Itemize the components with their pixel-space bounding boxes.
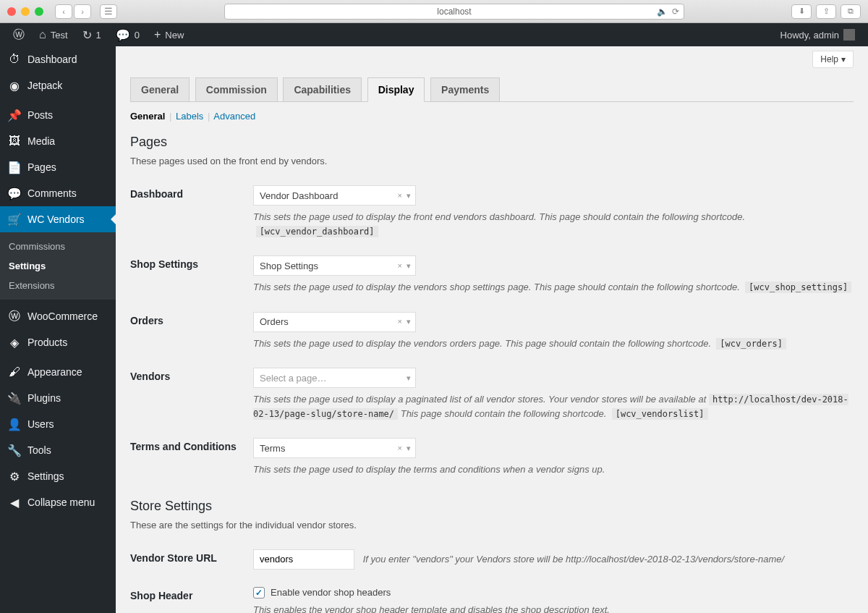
tab-commission[interactable]: Commission <box>195 77 278 101</box>
reload-icon[interactable]: ⟳ <box>672 7 679 17</box>
primary-tabs: General Commission Capabilities Display … <box>130 72 854 102</box>
menu-jetpack[interactable]: ◉Jetpack <box>0 72 116 98</box>
store-url-input[interactable] <box>253 549 354 570</box>
store-url-note: If you enter "vendors" your Vendors stor… <box>363 554 785 565</box>
site-name-link[interactable]: ⌂Test <box>33 23 74 46</box>
window-controls <box>7 7 43 16</box>
main-content: Help ▾ General Commission Capabilities D… <box>116 46 868 613</box>
browser-chrome: ‹ › ☰ localhost 🔈 ⟳ ⬇ ⇪ ⧉ <box>0 0 868 23</box>
vendors-shortcode: [wcv_vendorslist] <box>612 408 708 420</box>
brush-icon: 🖌 <box>7 365 22 379</box>
menu-collapse[interactable]: ◀Collapse menu <box>0 489 116 515</box>
chevron-down-icon[interactable]: ▾ <box>407 373 411 383</box>
menu-media[interactable]: 🖼Media <box>0 128 116 154</box>
submenu-extensions[interactable]: Extensions <box>0 276 116 295</box>
subtab-general[interactable]: General <box>130 111 165 122</box>
tab-payments[interactable]: Payments <box>430 77 500 101</box>
menu-posts[interactable]: 📌Posts <box>0 102 116 128</box>
admin-sidebar: ⏱Dashboard ◉Jetpack 📌Posts 🖼Media 📄Pages… <box>0 46 116 613</box>
menu-settings[interactable]: ⚙Settings <box>0 463 116 489</box>
clear-icon[interactable]: × <box>398 444 402 453</box>
woo-icon: ⓦ <box>7 309 22 324</box>
menu-tools[interactable]: 🔧Tools <box>0 437 116 463</box>
forward-button[interactable]: › <box>74 4 91 19</box>
wordpress-icon: ⓦ <box>13 28 25 43</box>
comments-count: 0 <box>135 30 140 41</box>
orders-select[interactable]: Orders×▾ <box>253 312 416 332</box>
comment-icon: 💬 <box>7 186 22 200</box>
menu-users-label: Users <box>27 418 54 430</box>
shop-header-checkbox[interactable]: ✓ <box>253 587 265 599</box>
close-window-button[interactable] <box>7 7 16 16</box>
new-link[interactable]: +New <box>148 23 190 46</box>
dashboard-value: Vendor Dashboard <box>260 190 338 201</box>
shop-header-label: Shop Header <box>130 587 253 601</box>
help-label: Help <box>820 54 838 64</box>
help-tab[interactable]: Help ▾ <box>812 51 854 68</box>
tabs-button[interactable]: ⧉ <box>841 4 861 19</box>
menu-wcvendors[interactable]: 🛒WC Vendors <box>0 206 116 232</box>
chevron-down-icon[interactable]: ▾ <box>407 191 411 200</box>
chevron-down-icon[interactable]: ▾ <box>407 444 411 453</box>
share-button[interactable]: ⇪ <box>816 4 836 19</box>
updates-count: 1 <box>96 30 101 41</box>
chevron-down-icon: ▾ <box>841 54 846 64</box>
menu-dashboard[interactable]: ⏱Dashboard <box>0 46 116 72</box>
menu-products-label: Products <box>27 337 67 348</box>
menu-media-label: Media <box>27 135 55 147</box>
updates-icon: ↻ <box>82 28 92 42</box>
menu-woocommerce-label: WooCommerce <box>27 310 98 322</box>
vendors-label: Vendors <box>130 368 253 382</box>
menu-users[interactable]: 👤Users <box>0 411 116 437</box>
menu-woocommerce[interactable]: ⓦWooCommerce <box>0 303 116 329</box>
shop-settings-select[interactable]: Shop Settings×▾ <box>253 255 416 276</box>
address-bar[interactable]: localhost 🔈 ⟳ <box>224 4 684 20</box>
dashboard-icon: ⏱ <box>7 52 22 67</box>
store-url-label: Vendor Store URL <box>130 549 253 564</box>
chevron-down-icon[interactable]: ▾ <box>407 317 411 326</box>
minimize-window-button[interactable] <box>21 7 30 16</box>
terms-select[interactable]: Terms×▾ <box>253 438 416 458</box>
account-link[interactable]: Howdy, admin <box>775 23 861 46</box>
back-button[interactable]: ‹ <box>55 4 72 19</box>
clear-icon[interactable]: × <box>398 261 402 271</box>
download-button[interactable]: ⬇ <box>791 4 812 19</box>
vendors-desc: This sets the page used to display a pag… <box>253 392 854 420</box>
orders-shortcode: [wcv_orders] <box>716 338 786 350</box>
menu-wcvendors-label: WC Vendors <box>27 214 85 225</box>
submenu-commissions[interactable]: Commissions <box>0 237 116 256</box>
subtab-advanced[interactable]: Advanced <box>213 111 255 122</box>
comment-icon: 💬 <box>116 28 130 42</box>
menu-collapse-label: Collapse menu <box>27 496 95 508</box>
dashboard-select[interactable]: Vendor Dashboard×▾ <box>253 185 416 206</box>
howdy-text: Howdy, admin <box>780 30 839 41</box>
home-icon: ⌂ <box>39 28 46 41</box>
clear-icon[interactable]: × <box>398 317 402 326</box>
avatar-icon <box>843 29 855 41</box>
vendors-select[interactable]: Select a page…▾ <box>253 368 416 388</box>
submenu-settings[interactable]: Settings <box>0 256 116 276</box>
menu-pages[interactable]: 📄Pages <box>0 154 116 180</box>
chevron-down-icon[interactable]: ▾ <box>407 261 411 271</box>
shop-settings-desc: This sets the page used to display the v… <box>253 280 854 295</box>
tab-general[interactable]: General <box>130 77 190 101</box>
admin-bar: ⓦ ⌂Test ↻1 💬0 +New Howdy, admin <box>0 23 868 46</box>
menu-comments[interactable]: 💬Comments <box>0 180 116 206</box>
vendors-placeholder: Select a page… <box>260 373 327 384</box>
clear-icon[interactable]: × <box>398 191 402 200</box>
new-label: New <box>165 30 184 41</box>
comments-link[interactable]: 💬0 <box>110 23 145 46</box>
tab-display[interactable]: Display <box>367 77 425 102</box>
menu-plugins[interactable]: 🔌Plugins <box>0 385 116 411</box>
reader-icon[interactable]: 🔈 <box>657 7 668 17</box>
menu-products[interactable]: ◈Products <box>0 329 116 355</box>
menu-settings-label: Settings <box>27 470 64 482</box>
menu-appearance[interactable]: 🖌Appearance <box>0 359 116 385</box>
subtab-labels[interactable]: Labels <box>176 111 203 122</box>
maximize-window-button[interactable] <box>35 7 43 16</box>
tab-capabilities[interactable]: Capabilities <box>283 77 362 101</box>
wp-logo-button[interactable]: ⓦ <box>7 23 30 46</box>
sidebar-toggle-button[interactable]: ☰ <box>100 4 117 19</box>
pages-desc: These pages used on the front end by ven… <box>130 156 854 166</box>
updates-link[interactable]: ↻1 <box>77 23 107 46</box>
